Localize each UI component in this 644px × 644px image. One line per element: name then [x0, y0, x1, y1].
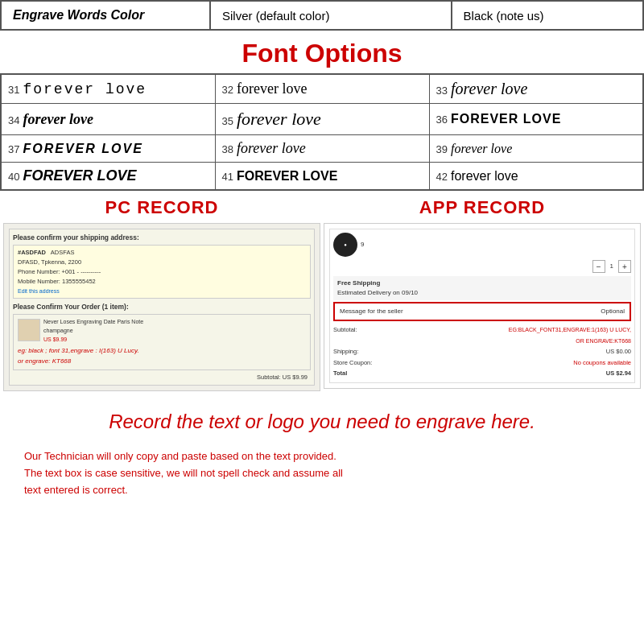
font-cell-32: 32forever love [215, 74, 429, 104]
font-row: 40FOREVER LOVE 41FOREVER LOVE 42forever … [1, 163, 643, 191]
record-section: PC RECORD Please confirm your shipping a… [0, 191, 644, 398]
pc-confirm-order: Please Confirm Your Order (1 item): [13, 302, 311, 312]
font-cell-33: 33forever love [429, 74, 643, 104]
app-subtotal-section: Subtotal: EG:BLACK_FONT31,ENGRAVE:1(163)… [333, 324, 631, 379]
subtotal-value: EG:BLACK_FONT31,ENGRAVE:1(163) U LUCY, O… [509, 324, 631, 346]
pc-record-title: PC RECORD [105, 197, 218, 218]
font-cell-37: 37FOREVER LOVE [1, 135, 215, 163]
color-label: Engrave Words Color [1, 1, 210, 30]
pc-address-box: #ASDFAD ADSFAS DFASD, Tpkenna, 2200 Phon… [13, 245, 311, 299]
technician-note: Our Technician will only copy and paste … [0, 440, 644, 511]
engrave-record-text: Record the text or logo you need to engr… [0, 398, 644, 440]
app-product-row: ● 9 [333, 233, 631, 257]
font-cell-39: 39forever love [429, 135, 643, 163]
font-options-heading: Font Options [0, 31, 644, 73]
qty-plus-btn[interactable]: + [618, 260, 631, 273]
pc-record-image: Please confirm your shipping address: #A… [3, 223, 320, 391]
color-table: Engrave Words Color Silver (default colo… [0, 0, 644, 31]
shipping-label: Shipping: [333, 346, 358, 357]
app-record-col: APP RECORD ● 9 − 1 + Free Shipping Estim… [324, 197, 641, 391]
font-table: 31forever love 32forever love 33forever … [0, 73, 644, 191]
pc-order-box: Never Loses Engraving Date Paris Note ch… [13, 314, 311, 370]
optional-label: Optional [601, 307, 625, 316]
font-row: 37FOREVER LOVE 38forever love 39forever … [1, 135, 643, 163]
app-qty-row: − 1 + [333, 260, 631, 273]
message-label: Message for the seller [340, 307, 403, 316]
color-silver: Silver (default color) [210, 1, 452, 30]
note-line1: Our Technician will only copy and paste … [24, 450, 336, 462]
color-black: Black (note us) [452, 1, 643, 30]
font-cell-35: 35forever love [215, 104, 429, 135]
font-cell-31: 31forever love [1, 74, 215, 104]
pc-confirm-shipping: Please confirm your shipping address: [13, 233, 311, 243]
font-cell-36: 36FOREVER LOVE [429, 104, 643, 135]
total-label: Total [333, 368, 347, 379]
font-row: 31forever love 32forever love 33forever … [1, 74, 643, 104]
shipping-value: US $0.00 [606, 346, 631, 357]
app-record-image: ● 9 − 1 + Free Shipping Estimated Delive… [324, 223, 641, 389]
font-cell-41: 41FOREVER LOVE [215, 163, 429, 191]
subtotal-label: Subtotal: [333, 324, 357, 346]
app-message-box[interactable]: Message for the seller Optional [333, 302, 631, 321]
pc-red-note: eg: black ; font 31,engrave : I(163) U L… [18, 346, 306, 367]
font-cell-34: 34forever love [1, 104, 215, 135]
pc-record-col: PC RECORD Please confirm your shipping a… [3, 197, 320, 391]
qty-minus-btn[interactable]: − [592, 260, 605, 273]
font-cell-42: 42forever love [429, 163, 643, 191]
app-record-title: APP RECORD [419, 197, 545, 218]
font-row: 34forever love 35forever love 36FOREVER … [1, 104, 643, 135]
note-line3: text entered is correct. [24, 484, 128, 496]
app-product-img: ● [333, 233, 357, 257]
font-cell-38: 38forever love [215, 135, 429, 163]
app-mock: ● 9 − 1 + Free Shipping Estimated Delive… [329, 229, 635, 383]
app-free-shipping: Free Shipping Estimated Delivery on 09/1… [333, 276, 631, 300]
coupon-value: No coupons available [573, 357, 631, 369]
qty-value: 1 [610, 262, 613, 271]
font-cell-40: 40FOREVER LOVE [1, 163, 215, 191]
total-value: US $2.94 [606, 368, 631, 379]
note-line2: The text box is case sensitive, we will … [24, 467, 343, 479]
coupon-label: Store Coupon: [333, 357, 372, 369]
